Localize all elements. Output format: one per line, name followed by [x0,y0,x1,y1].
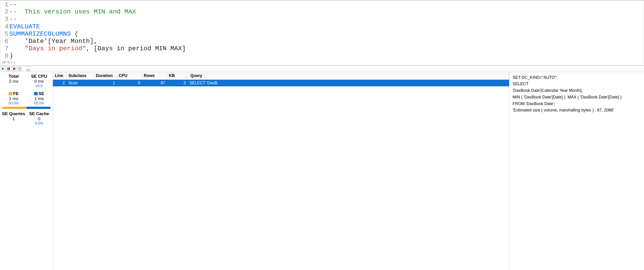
clear-button[interactable] [17,67,22,71]
svg-rect-3 [13,68,15,70]
col-header-subclass[interactable]: Subclass [67,72,94,80]
se-bar-segment [26,107,51,109]
zoom-value: 197 % [2,61,10,64]
secpu-ratio: x0.0 [26,84,52,88]
se-label: SE [38,91,44,96]
fe-bar-segment [2,107,26,109]
fe-color-swatch [9,92,12,95]
timings-pane: Total 2 ms SE CPU 0 ms x0.0 FE 1 ms 50.0… [0,72,53,270]
svg-rect-2 [9,67,10,70]
results-area: Total 2 ms SE CPU 0 ms x0.0 FE 1 ms 50.0… [0,72,644,270]
cell-rows: 87 [142,80,167,86]
secache-value: 0 [26,116,52,121]
col-header-kb[interactable]: KB [167,72,188,80]
cell-cpu: 0 [117,80,142,86]
pause-button[interactable] [6,67,11,71]
stop-button[interactable] [12,67,16,71]
table-row[interactable]: 2 Scan 1 0 87 3 SELECT 'DaxB [53,80,509,86]
sequeries-value: 1 [1,116,26,121]
zoom-dropdown-icon[interactable]: ▾ [11,61,12,64]
secache-pct: 0.0% [26,121,52,125]
fe-se-bar [2,107,50,109]
grid-header-row: Line Subclass Duration CPU Rows KB Query [53,72,509,80]
sequeries-label: SE Queries [1,111,26,116]
se-pct: 50.0% [26,101,52,105]
secpu-label: SE CPU [26,74,52,79]
fe-label: FE [13,91,19,96]
col-header-cpu[interactable]: CPU [117,72,142,80]
cell-line: 2 [53,80,67,86]
query-detail-pane[interactable]: SET DC_KIND="AUTO"; SELECT 'DaxBook Date… [509,72,644,270]
col-header-duration[interactable]: Duration [94,72,117,80]
trace-events-grid[interactable]: Line Subclass Duration CPU Rows KB Query… [53,72,509,270]
query-line: MIN ( 'DaxBook Date'[Date] ), MAX ( 'Dax… [512,94,641,101]
total-value: 2 ms [1,79,26,84]
trace-toolbar [0,66,644,72]
col-header-rows[interactable]: Rows [142,72,167,80]
se-legend: SE [26,91,52,96]
fe-value: 1 ms [1,96,26,101]
svg-marker-0 [2,67,4,70]
secache-label: SE Cache [26,111,52,116]
total-label: Total [1,74,26,79]
se-color-swatch [34,92,38,95]
query-line: SELECT [512,81,641,87]
cell-subclass: Scan [67,80,94,86]
svg-rect-1 [8,67,8,70]
secpu-value: 0 ms [26,79,52,84]
se-value: 1 ms [26,96,52,101]
col-header-query[interactable]: Query [188,72,509,80]
query-line: 'DaxBook Date'[Calendar Year Month], [512,87,641,94]
fe-legend: FE [1,91,26,96]
zoom-indicator[interactable]: 197 % ▾ ◂ [0,60,644,65]
svg-rect-4 [19,68,20,70]
query-line: FROM 'DaxBook Date'; [512,101,641,107]
svg-marker-8 [28,67,29,69]
code-editor-pane: 12345678 ---- This version uses MIN and … [0,0,644,66]
code-editor[interactable]: 12345678 ---- This version uses MIN and … [0,1,644,60]
code-content[interactable]: ---- This version uses MIN and MAX--EVAL… [9,1,644,60]
line-number-gutter: 12345678 [0,1,9,60]
query-line: 'Estimated size ( volume, marshalling by… [512,107,641,114]
cell-kb: 3 [167,80,188,86]
query-line: SET DC_KIND="AUTO"; [512,74,641,81]
fe-pct: 50.0% [1,101,26,105]
play-button[interactable] [1,67,6,71]
caret-left-icon[interactable]: ◂ [14,61,15,64]
export-button[interactable] [26,67,30,71]
cell-duration: 1 [94,80,117,86]
col-header-line[interactable]: Line [53,72,67,80]
cell-query: SELECT 'DaxB [188,80,509,86]
